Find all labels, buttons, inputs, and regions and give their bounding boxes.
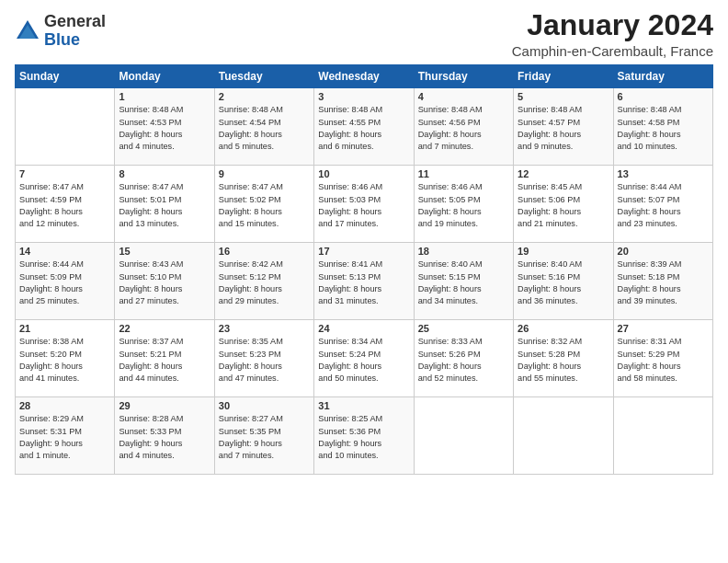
calendar-cell: 31Sunrise: 8:25 AMSunset: 5:36 PMDayligh… (314, 397, 414, 475)
cell-line: Sunset: 5:36 PM (318, 426, 409, 438)
cell-line: and 47 minutes. (219, 373, 310, 385)
cell-line: Sunset: 5:12 PM (219, 271, 310, 283)
cell-line: Daylight: 9 hours (119, 438, 210, 450)
day-number: 9 (219, 168, 310, 179)
cell-line: Daylight: 8 hours (418, 129, 509, 141)
cell-content: Sunrise: 8:47 AMSunset: 4:59 PMDaylight:… (19, 181, 110, 230)
cell-content: Sunrise: 8:32 AMSunset: 5:28 PMDaylight:… (518, 336, 609, 385)
calendar-cell: 28Sunrise: 8:29 AMSunset: 5:31 PMDayligh… (16, 397, 115, 475)
cell-line: and 34 minutes. (418, 295, 509, 307)
cell-line: Daylight: 8 hours (219, 361, 310, 373)
cell-line: and 19 minutes. (418, 218, 509, 230)
cell-line: Sunset: 5:07 PM (618, 194, 709, 206)
cell-line: Sunrise: 8:44 AM (618, 181, 709, 193)
cell-line: Daylight: 8 hours (119, 206, 210, 218)
calendar-cell: 1Sunrise: 8:48 AMSunset: 4:53 PMDaylight… (115, 88, 214, 166)
calendar-cell: 2Sunrise: 8:48 AMSunset: 4:54 PMDaylight… (214, 88, 313, 166)
cell-line: Daylight: 8 hours (518, 283, 609, 295)
cell-line: Sunrise: 8:48 AM (418, 104, 509, 116)
cell-line: Sunset: 5:21 PM (119, 349, 210, 361)
cell-line: Daylight: 8 hours (618, 361, 709, 373)
cell-content: Sunrise: 8:33 AMSunset: 5:26 PMDaylight:… (418, 336, 509, 385)
day-number: 16 (219, 246, 310, 257)
cell-content: Sunrise: 8:47 AMSunset: 5:02 PMDaylight:… (219, 181, 310, 230)
day-number: 25 (418, 323, 509, 334)
day-number: 17 (318, 246, 409, 257)
day-number: 1 (119, 91, 210, 102)
calendar-cell (613, 397, 712, 475)
cell-line: Daylight: 8 hours (19, 206, 110, 218)
cell-line: Sunset: 5:29 PM (618, 349, 709, 361)
day-number: 22 (119, 323, 210, 334)
calendar-cell: 7Sunrise: 8:47 AMSunset: 4:59 PMDaylight… (16, 166, 115, 243)
cell-content: Sunrise: 8:37 AMSunset: 5:21 PMDaylight:… (119, 336, 210, 385)
cell-line: and 15 minutes. (219, 218, 310, 230)
day-number: 4 (418, 91, 509, 102)
calendar-cell: 4Sunrise: 8:48 AMSunset: 4:56 PMDaylight… (414, 88, 513, 166)
cell-line: and 13 minutes. (119, 218, 210, 230)
cell-line: Sunset: 4:55 PM (318, 117, 409, 129)
cell-line: Sunset: 5:33 PM (119, 426, 210, 438)
cell-line: Sunset: 4:59 PM (19, 194, 110, 206)
day-number: 19 (518, 246, 609, 257)
cell-line: and 17 minutes. (318, 218, 409, 230)
cell-line: and 25 minutes. (19, 295, 110, 307)
cell-line: Sunrise: 8:29 AM (19, 413, 110, 425)
logo-blue: Blue (44, 31, 106, 50)
cell-content: Sunrise: 8:47 AMSunset: 5:01 PMDaylight:… (119, 181, 210, 230)
logo-icon (15, 18, 40, 44)
cell-content: Sunrise: 8:41 AMSunset: 5:13 PMDaylight:… (318, 259, 409, 307)
month-title: January 2024 (512, 9, 713, 41)
cell-line: Sunset: 5:26 PM (418, 349, 509, 361)
cell-line: Sunrise: 8:40 AM (518, 259, 609, 270)
cell-line: Sunrise: 8:25 AM (318, 413, 409, 425)
cell-line: Sunrise: 8:37 AM (119, 336, 210, 348)
calendar-cell (514, 397, 613, 475)
cell-line: Daylight: 8 hours (318, 361, 409, 373)
cell-content: Sunrise: 8:40 AMSunset: 5:15 PMDaylight:… (418, 259, 509, 307)
cell-line: Daylight: 9 hours (219, 438, 310, 450)
cell-line: Sunset: 5:13 PM (318, 271, 409, 283)
cell-content: Sunrise: 8:48 AMSunset: 4:55 PMDaylight:… (318, 104, 409, 153)
cell-content: Sunrise: 8:48 AMSunset: 4:54 PMDaylight:… (219, 104, 310, 153)
cell-line: Daylight: 8 hours (119, 129, 210, 141)
day-number: 26 (518, 323, 609, 334)
calendar-cell (414, 397, 513, 475)
calendar-cell: 10Sunrise: 8:46 AMSunset: 5:03 PMDayligh… (314, 166, 414, 243)
day-number: 18 (418, 246, 509, 257)
header-row: SundayMondayTuesdayWednesdayThursdayFrid… (16, 65, 713, 88)
cell-line: Sunrise: 8:39 AM (618, 259, 709, 270)
cell-line: Sunrise: 8:46 AM (418, 181, 509, 193)
cell-content: Sunrise: 8:44 AMSunset: 5:07 PMDaylight:… (618, 181, 709, 230)
cell-line: and 27 minutes. (119, 295, 210, 307)
cell-line: and 52 minutes. (418, 373, 509, 385)
cell-line: Sunset: 5:35 PM (219, 426, 310, 438)
calendar-cell: 8Sunrise: 8:47 AMSunset: 5:01 PMDaylight… (115, 166, 214, 243)
day-number: 31 (318, 400, 409, 411)
cell-line: and 29 minutes. (219, 295, 310, 307)
cell-content: Sunrise: 8:48 AMSunset: 4:58 PMDaylight:… (618, 104, 709, 153)
cell-content: Sunrise: 8:44 AMSunset: 5:09 PMDaylight:… (19, 259, 110, 307)
cell-line: and 7 minutes. (418, 141, 509, 153)
cell-content: Sunrise: 8:48 AMSunset: 4:56 PMDaylight:… (418, 104, 509, 153)
calendar-cell: 9Sunrise: 8:47 AMSunset: 5:02 PMDaylight… (214, 166, 313, 243)
cell-line: and 50 minutes. (318, 373, 409, 385)
cell-content: Sunrise: 8:46 AMSunset: 5:03 PMDaylight:… (318, 181, 409, 230)
cell-line: Sunrise: 8:48 AM (318, 104, 409, 116)
cell-line: and 10 minutes. (618, 141, 709, 153)
header-day: Monday (115, 65, 214, 88)
day-number: 12 (518, 168, 609, 179)
cell-line: Daylight: 8 hours (219, 283, 310, 295)
cell-line: Daylight: 8 hours (618, 206, 709, 218)
cell-line: and 44 minutes. (119, 373, 210, 385)
cell-line: Sunset: 5:28 PM (518, 349, 609, 361)
cell-line: and 23 minutes. (618, 218, 709, 230)
cell-line: Sunrise: 8:43 AM (119, 259, 210, 270)
header-day: Tuesday (214, 65, 313, 88)
cell-content: Sunrise: 8:45 AMSunset: 5:06 PMDaylight:… (518, 181, 609, 230)
cell-content: Sunrise: 8:27 AMSunset: 5:35 PMDaylight:… (219, 413, 310, 462)
day-number: 30 (219, 400, 310, 411)
page-header: General Blue January 2024 Camphin-en-Car… (15, 9, 713, 59)
cell-line: Sunrise: 8:31 AM (618, 336, 709, 348)
day-number: 5 (518, 91, 609, 102)
